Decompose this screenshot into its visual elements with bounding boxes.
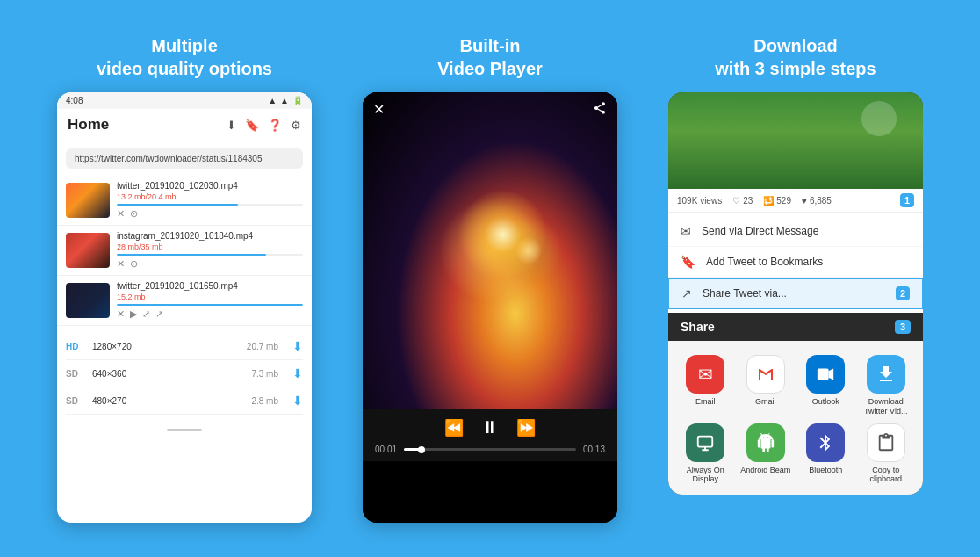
- video-actions-1: ✕ ⊙: [117, 208, 303, 220]
- bookmark-icon[interactable]: 🔖: [245, 119, 259, 132]
- forward-button[interactable]: ⏩: [516, 418, 536, 438]
- clipboard-app-label: Copy to clipboard: [860, 466, 913, 485]
- video-actions-2: ✕ ⊙: [117, 258, 303, 270]
- url-bar[interactable]: https://twitter.com/twdownloader/status/…: [66, 148, 303, 169]
- dm-label: Send via Direct Message: [702, 225, 818, 237]
- fireworks-overlay: [363, 92, 617, 409]
- timeline: 00:01 00:13: [375, 445, 605, 454]
- phone-mockup-3: 109K views ♡ 23 🔁 529 ♥ 6,885 1: [668, 92, 923, 495]
- app-item-bluetooth[interactable]: Bluetooth: [796, 420, 856, 488]
- thumb-sunset: [66, 183, 110, 218]
- rewind-button[interactable]: ⏪: [444, 418, 464, 438]
- video-actions-3: ✕ ▶ ⤢ ↗: [117, 308, 303, 320]
- quality-res-sd2: 480×270: [92, 396, 244, 406]
- download-icon-hd[interactable]: ⬇: [292, 339, 303, 353]
- app-item-twitter-dl[interactable]: Download Twitter Vid...: [856, 351, 917, 420]
- timeline-bar[interactable]: [404, 448, 576, 451]
- tweet-field-bg: [668, 92, 923, 189]
- cancel-btn-3[interactable]: ✕: [117, 308, 125, 320]
- video-item-3: twitter_20191020_101650.mp4 15.2 mb ✕ ▶ …: [57, 276, 312, 326]
- video-info-1: twitter_20191020_102030.mp4 13.2 mb/20.4…: [117, 181, 303, 220]
- signal-icon: ▲: [280, 96, 289, 105]
- quality-badge-hd: HD: [66, 342, 85, 351]
- app-item-display[interactable]: Always On Display: [675, 420, 736, 488]
- status-icons: ▲ ▲ 🔋: [268, 96, 303, 105]
- player-buttons: ⏪ ⏸ ⏩: [375, 417, 605, 438]
- pause-btn-2[interactable]: ⊙: [130, 258, 138, 270]
- outlook-app-label: Outlook: [812, 397, 839, 407]
- status-time: 4:08: [66, 96, 83, 105]
- settings-icon[interactable]: ⚙: [291, 119, 301, 132]
- heart-icon: ♡: [732, 196, 740, 206]
- video-size-3: 15.2 mb: [117, 293, 303, 301]
- video-name-1: twitter_20191020_102030.mp4: [117, 181, 303, 191]
- svg-rect-0: [818, 369, 829, 380]
- video-size-1: 13.2 mb/20.4 mb: [117, 192, 303, 201]
- app-item-outlook[interactable]: Outlook: [796, 351, 856, 420]
- phone3-top: 109K views ♡ 23 🔁 529 ♥ 6,885 1: [668, 92, 923, 313]
- panel1-title: Multiplevideo quality options: [97, 34, 272, 80]
- progress-bar-1: [117, 204, 303, 206]
- gmail-app-label: Gmail: [755, 397, 776, 407]
- progress-fill-1: [117, 204, 238, 206]
- pause-btn-1[interactable]: ⊙: [130, 208, 138, 220]
- app-item-email[interactable]: ✉ Email: [675, 351, 736, 420]
- outlook-app-icon: [806, 355, 845, 394]
- timeline-dot: [418, 446, 425, 453]
- player-black-area: [363, 461, 617, 523]
- scroll-indicator: [167, 429, 202, 431]
- gmail-app-icon: [746, 355, 785, 394]
- app-title: Home: [68, 116, 109, 134]
- email-app-label: Email: [695, 397, 716, 407]
- share-menu: ✉ Send via Direct Message 🔖 Add Tweet to…: [668, 213, 923, 313]
- download-icon-sd1[interactable]: ⬇: [292, 366, 303, 380]
- quality-size-sd1: 7.3 mb: [251, 369, 278, 379]
- share-menu-item-dm[interactable]: ✉ Send via Direct Message: [668, 216, 923, 247]
- player-share-button[interactable]: [593, 101, 607, 118]
- dm-icon: ✉: [681, 224, 691, 238]
- thumb-fireworks: [66, 283, 110, 318]
- share-tweet-label: Share Tweet via...: [703, 287, 787, 300]
- bookmark-menu-icon: 🔖: [681, 255, 695, 269]
- video-item-1: twitter_20191020_102030.mp4 13.2 mb/20.4…: [57, 176, 312, 226]
- download-header-icon[interactable]: ⬇: [227, 119, 236, 132]
- like-icon: ♥: [802, 196, 807, 206]
- share-btn-3[interactable]: ↗: [155, 308, 163, 320]
- cancel-btn-1[interactable]: ✕: [117, 208, 125, 220]
- play-btn-3[interactable]: ▶: [130, 308, 137, 320]
- player-close-button[interactable]: ✕: [373, 101, 385, 118]
- pause-button[interactable]: ⏸: [481, 417, 499, 438]
- quality-row-sd1[interactable]: SD 640×360 7.3 mb ⬇: [66, 360, 303, 387]
- help-icon[interactable]: ❓: [268, 119, 282, 132]
- step2-badge: 2: [896, 286, 910, 300]
- quality-res-hd: 1280×720: [92, 342, 240, 351]
- progress-fill-3: [117, 304, 303, 306]
- quality-row-sd2[interactable]: SD 480×270 2.8 mb ⬇: [66, 387, 303, 415]
- retweet-count: 529: [776, 196, 791, 206]
- panel-player: Built-inVideo Player ✕ ⏪ ⏸ ⏩ 00:01: [345, 34, 635, 523]
- quality-size-hd: 20.7 mb: [247, 342, 278, 351]
- cancel-btn-2[interactable]: ✕: [117, 258, 125, 270]
- tweet-hearts: ♡ 23: [732, 196, 753, 206]
- panel-steps: Downloadwith 3 simple steps 109K views ♡…: [651, 34, 940, 495]
- resize-btn-3[interactable]: ⤢: [142, 308, 150, 320]
- android-app-icon: [746, 423, 785, 462]
- step1-badge: 1: [900, 193, 914, 207]
- quality-badge-sd2: SD: [66, 396, 85, 406]
- heart-count: 23: [743, 196, 753, 206]
- bookmark-label: Add Tweet to Bookmarks: [706, 256, 823, 268]
- video-info-3: twitter_20191020_101650.mp4 15.2 mb ✕ ▶ …: [117, 281, 303, 320]
- video-size-2: 28 mb/35 mb: [117, 242, 303, 251]
- quality-row-hd[interactable]: HD 1280×720 20.7 mb ⬇: [66, 333, 303, 360]
- share-menu-item-bookmark[interactable]: 🔖 Add Tweet to Bookmarks: [668, 247, 923, 278]
- progress-bar-3: [117, 304, 303, 306]
- video-info-2: instagram_20191020_101840.mp4 28 mb/35 m…: [117, 231, 303, 270]
- app-item-clipboard[interactable]: Copy to clipboard: [856, 420, 917, 488]
- app-item-android[interactable]: Android Beam: [736, 420, 796, 488]
- like-count: 6,885: [810, 196, 832, 206]
- time-start: 00:01: [375, 445, 397, 454]
- app-item-gmail[interactable]: Gmail: [736, 351, 796, 420]
- download-icon-sd2[interactable]: ⬇: [292, 394, 303, 408]
- share-menu-item-tweet[interactable]: ↗ Share Tweet via... 2: [668, 278, 923, 309]
- apps-grid: ✉ Email Gmail Outlook: [668, 341, 923, 495]
